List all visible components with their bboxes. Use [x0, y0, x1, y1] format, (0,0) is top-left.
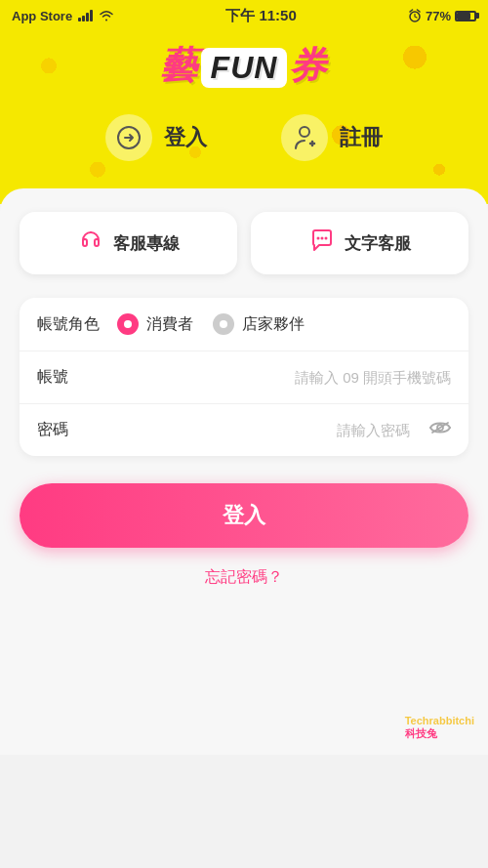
- status-left: App Store: [12, 9, 114, 23]
- svg-point-2: [316, 237, 319, 240]
- main-card: 客服專線 文字客服 帳號角色 消費者: [0, 188, 488, 755]
- login-icon: [105, 114, 152, 161]
- account-label: 帳號: [37, 367, 105, 388]
- consumer-radio[interactable]: [117, 313, 139, 335]
- service-row: 客服專線 文字客服: [20, 212, 468, 274]
- status-bar: App Store 下午 11:50 77%: [0, 0, 488, 31]
- signal-icon: [78, 10, 93, 21]
- headphone-icon: [78, 227, 103, 259]
- role-row: 帳號角色 消費者 店家夥伴: [20, 298, 468, 351]
- svg-point-4: [324, 237, 327, 240]
- battery-percent: 77%: [426, 9, 451, 23]
- wifi-icon: [99, 10, 114, 21]
- consumer-label: 消費者: [146, 314, 193, 335]
- register-auth-btn[interactable]: 註冊: [273, 110, 390, 165]
- account-row: 帳號: [20, 351, 468, 404]
- shop-label: 店家夥伴: [242, 314, 305, 335]
- status-time: 下午 11:50: [225, 7, 297, 25]
- login-auth-label: 登入: [164, 123, 207, 152]
- role-label: 帳號角色: [37, 314, 105, 335]
- toggle-password-icon[interactable]: [429, 420, 451, 440]
- watermark: Techrabbitchi 科技兔: [405, 715, 474, 741]
- logo-part2: FUN: [201, 48, 288, 88]
- register-icon: [281, 114, 328, 161]
- phone-service-label: 客服專線: [113, 232, 180, 255]
- forgot-password-link[interactable]: 忘記密碼？: [20, 567, 468, 588]
- login-auth-btn[interactable]: 登入: [98, 110, 215, 165]
- shop-radio[interactable]: [213, 313, 234, 335]
- form-card: 帳號角色 消費者 店家夥伴 帳號 密碼: [20, 298, 468, 456]
- watermark-line1: Techrabbitchi: [405, 715, 474, 726]
- role-options: 消費者 店家夥伴: [117, 313, 451, 335]
- text-service-btn[interactable]: 文字客服: [251, 212, 468, 274]
- text-service-label: 文字客服: [345, 232, 411, 255]
- chat-icon: [309, 227, 335, 259]
- app-logo: 藝FUN券: [20, 41, 468, 91]
- password-row: 密碼: [20, 404, 468, 456]
- watermark-line2: 科技兔: [405, 726, 474, 741]
- alarm-icon: [408, 9, 422, 22]
- logo-text: 藝FUN券: [160, 45, 329, 86]
- phone-service-btn[interactable]: 客服專線: [20, 212, 237, 274]
- login-button[interactable]: 登入: [20, 483, 468, 548]
- svg-point-3: [320, 237, 323, 240]
- password-input[interactable]: [117, 422, 410, 438]
- status-right: 77%: [408, 9, 476, 23]
- header-area: 藝FUN券 登入 註冊: [0, 31, 488, 204]
- logo-part1: 藝: [160, 45, 199, 86]
- password-label: 密碼: [37, 420, 105, 440]
- register-auth-label: 註冊: [340, 123, 383, 152]
- battery-icon: [455, 11, 476, 21]
- shop-role-option[interactable]: 店家夥伴: [213, 313, 305, 335]
- auth-row: 登入 註冊: [20, 110, 468, 165]
- account-input[interactable]: [117, 369, 451, 386]
- app-store-label: App Store: [12, 9, 72, 23]
- logo-part3: 券: [289, 45, 328, 86]
- consumer-role-option[interactable]: 消費者: [117, 313, 193, 335]
